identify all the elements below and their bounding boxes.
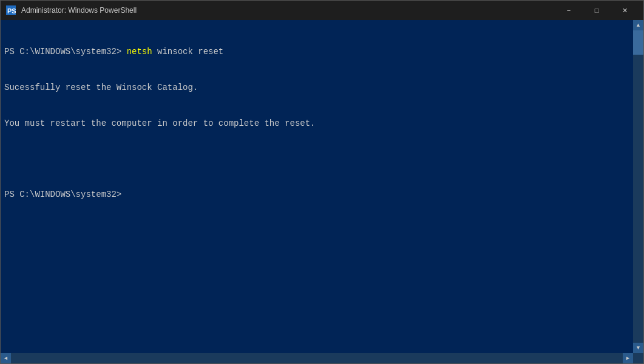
scroll-left-button[interactable]: ◀ [1, 353, 11, 363]
svg-text:PS: PS [7, 7, 16, 15]
h-scroll-track [11, 353, 623, 363]
window-controls: − □ ✕ [555, 1, 639, 20]
prompt-2: PS C:\WINDOWS\system32> [4, 189, 127, 201]
window-icon: PS [5, 5, 16, 16]
command-line-2: PS C:\WINDOWS\system32> [4, 189, 629, 201]
restore-button[interactable]: □ [583, 1, 611, 20]
terminal-content: PS C:\WINDOWS\system32> netsh winsock re… [4, 22, 629, 351]
scroll-thumb[interactable] [633, 30, 643, 55]
powershell-window: PS Administrator: Windows PowerShell − □… [0, 0, 644, 364]
horizontal-scrollbar: ◀ ▶ [1, 353, 643, 363]
scroll-down-button[interactable]: ▼ [633, 343, 643, 353]
window-title: Administrator: Windows PowerShell [21, 6, 555, 15]
command-netsh: netsh [127, 46, 152, 58]
command-line-1: PS C:\WINDOWS\system32> netsh winsock re… [4, 46, 629, 58]
output-line-2: You must restart the computer in order t… [4, 118, 629, 130]
output-line-1: Sucessfully reset the Winsock Catalog. [4, 82, 629, 94]
minimize-button[interactable]: − [555, 1, 583, 20]
blank-line [4, 154, 629, 166]
close-button[interactable]: ✕ [611, 1, 639, 20]
terminal-body[interactable]: PS C:\WINDOWS\system32> netsh winsock re… [1, 20, 633, 353]
vertical-scrollbar: ▲ ▼ [633, 20, 643, 353]
scroll-up-button[interactable]: ▲ [633, 20, 643, 30]
prompt-1: PS C:\WINDOWS\system32> [4, 46, 127, 58]
scroll-track [633, 30, 643, 343]
scroll-right-button[interactable]: ▶ [623, 353, 633, 363]
titlebar: PS Administrator: Windows PowerShell − □… [1, 1, 643, 20]
scrollbar-corner [633, 353, 643, 363]
command-args: winsock reset [152, 46, 224, 58]
